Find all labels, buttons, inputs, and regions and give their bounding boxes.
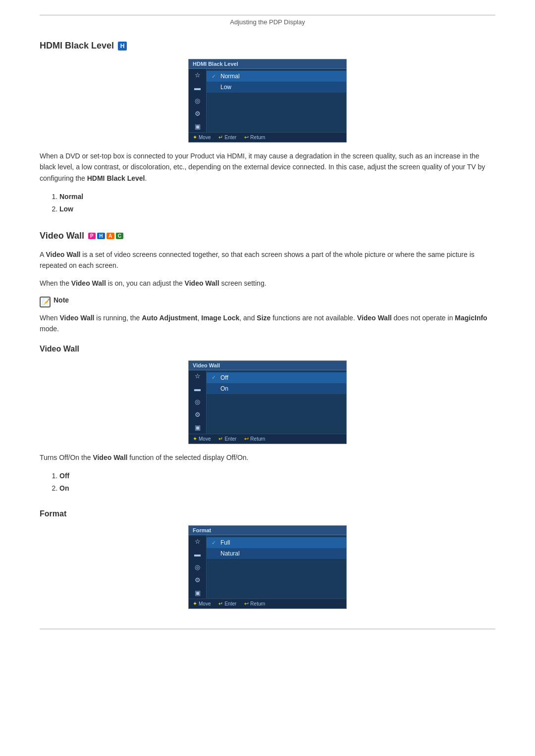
vw-list-item-1-label: Off: [59, 472, 69, 480]
fmt-tv-icon-4: ⚙: [193, 576, 203, 584]
video-wall-sub-section: Video Wall Video Wall ☆ ▬ ◎ ⚙ ▣: [40, 345, 495, 495]
vw-footer-enter: ↵ Enter: [218, 436, 236, 442]
note-icon: 📝: [40, 297, 51, 307]
hdmi-list-item-2: Low: [59, 203, 495, 215]
video-wall-sub-title: Video Wall: [40, 345, 495, 353]
page-header: Adjusting the PDP Display: [40, 18, 495, 26]
vw-tv-icon-5: ▣: [193, 424, 203, 432]
video-wall-on-text: When the Video Wall is on, you can adjus…: [40, 278, 495, 289]
video-wall-menu-body: ☆ ▬ ◎ ⚙ ▣ ✓ Off: [189, 370, 346, 434]
vw-tv-icon-1: ☆: [193, 372, 203, 380]
fmt-tv-icon-1: ☆: [193, 537, 203, 545]
video-wall-bold-3: Video Wall: [185, 279, 219, 287]
format-section: Format Format ☆ ▬ ◎ ⚙ ▣ ✓ Full: [40, 509, 495, 609]
hdmi-section: HDMI Black Level H HDMI Black Level ☆ ▬ …: [40, 41, 495, 216]
video-wall-title: Video Wall P H A C: [40, 231, 495, 241]
hdmi-list-item-1-label: Normal: [59, 193, 83, 201]
note-bold-1: Video Wall: [59, 314, 94, 322]
fmt-item-natural[interactable]: Natural: [207, 548, 346, 559]
bottom-rule: [40, 629, 495, 629]
badge-p: P: [88, 233, 96, 239]
hdmi-menu-body: ☆ ▬ ◎ ⚙ ▣ ✓ Normal Low: [189, 69, 346, 132]
vw-footer-enter-label: Enter: [224, 436, 236, 442]
vw-list-item-2: On: [59, 482, 495, 495]
hdmi-menu-center: HDMI Black Level ☆ ▬ ◎ ⚙ ▣ ✓ Normal: [40, 59, 495, 143]
format-menu-footer: ✦ Move ↵ Enter ↩ Return: [189, 599, 346, 608]
vw-footer-return: ↩ Return: [244, 436, 265, 442]
hdmi-item-low[interactable]: Low: [207, 82, 346, 93]
hdmi-footer-return-label: Return: [250, 135, 265, 140]
hdmi-list: Normal Low: [59, 191, 495, 215]
page-container: Adjusting the PDP Display HDMI Black Lev…: [0, 0, 535, 649]
note-bold-4: Size: [257, 314, 270, 322]
format-title: Format: [40, 509, 495, 518]
format-menu-title: Format: [189, 526, 346, 535]
fmt-tv-icon-5: ▣: [193, 589, 203, 597]
fmt-footer-return-label: Return: [250, 601, 265, 606]
note-label: Note: [54, 296, 69, 304]
hdmi-item-normal-label: Normal: [220, 73, 240, 80]
tv-icon-1: ☆: [193, 71, 203, 79]
format-tv-menu: Format ☆ ▬ ◎ ⚙ ▣ ✓ Full: [188, 525, 347, 609]
vw-list: Off On: [59, 470, 495, 495]
vw-footer-move-label: Move: [199, 436, 211, 442]
vw-enter-icon: ↵: [218, 436, 223, 442]
vw-move-icon: ✦: [193, 436, 197, 442]
tv-icon-5: ▣: [193, 122, 203, 130]
hdmi-title-text: HDMI Black Level: [40, 41, 114, 51]
fmt-footer-enter-label: Enter: [224, 601, 236, 606]
format-menu-center: Format ☆ ▬ ◎ ⚙ ▣ ✓ Full: [40, 525, 495, 609]
hdmi-menu-icons: ☆ ▬ ◎ ⚙ ▣: [189, 69, 207, 132]
note-bold-5: Video Wall: [357, 314, 392, 322]
video-wall-intro: A Video Wall is a set of video screens c…: [40, 249, 495, 271]
fmt-move-icon: ✦: [193, 601, 197, 607]
hdmi-item-low-label: Low: [220, 84, 231, 91]
vw-list-item-2-label: On: [59, 484, 69, 492]
vw-item-on[interactable]: On: [207, 383, 346, 394]
hdmi-menu-items: ✓ Normal Low: [207, 69, 346, 132]
vw-check-off: ✓: [212, 374, 217, 381]
video-wall-tv-menu: Video Wall ☆ ▬ ◎ ⚙ ▣ ✓ Off: [188, 360, 347, 444]
badge-h: H: [97, 233, 105, 239]
hdmi-title: HDMI Black Level H: [40, 41, 495, 51]
hdmi-footer-move-label: Move: [199, 135, 211, 140]
hdmi-footer-return: ↩ Return: [244, 134, 265, 141]
hdmi-list-item-2-label: Low: [59, 205, 73, 213]
fmt-footer-move: ✦ Move: [193, 601, 211, 607]
hdmi-bold-term: HDMI Black Level: [87, 174, 145, 182]
vw-item-off[interactable]: ✓ Off: [207, 372, 346, 383]
video-wall-menu-items: ✓ Off On: [207, 370, 346, 434]
video-wall-bold-2: Video Wall: [71, 279, 106, 287]
format-menu-items: ✓ Full Natural: [207, 535, 346, 599]
hdmi-item-normal[interactable]: ✓ Normal: [207, 71, 346, 82]
fmt-item-full[interactable]: ✓ Full: [207, 537, 346, 548]
fmt-return-icon: ↩: [244, 601, 249, 607]
video-wall-menu-footer: ✦ Move ↵ Enter ↩ Return: [189, 434, 346, 444]
hdmi-menu-footer: ✦ Move ↵ Enter ↩ Return: [189, 132, 346, 142]
fmt-footer-move-label: Move: [199, 601, 211, 606]
hdmi-footer-move: ✦ Move: [193, 134, 211, 141]
fmt-item-natural-label: Natural: [220, 550, 240, 557]
fmt-check-full: ✓: [212, 540, 217, 546]
tv-icon-3: ◎: [193, 97, 203, 104]
note-bold-2: Auto Adjustment: [142, 314, 197, 322]
hdmi-footer-enter: ↵ Enter: [218, 134, 236, 141]
fmt-enter-icon: ↵: [218, 601, 223, 607]
video-wall-badges: P H A C: [88, 233, 123, 239]
enter-icon: ↵: [218, 134, 223, 141]
note-bold-6: MagicInfo: [455, 314, 487, 322]
fmt-tv-icon-2: ▬: [193, 550, 203, 558]
vw-item-off-label: Off: [220, 374, 228, 381]
note-box: 📝 Note: [40, 296, 495, 307]
video-wall-menu-center: Video Wall ☆ ▬ ◎ ⚙ ▣ ✓ Off: [40, 360, 495, 444]
vw-return-icon: ↩: [244, 436, 249, 442]
fmt-footer-enter: ↵ Enter: [218, 601, 236, 607]
badge-c: C: [116, 233, 124, 239]
fmt-tv-icon-3: ◎: [193, 563, 203, 571]
top-rule: [40, 15, 495, 15]
video-wall-bold-1: Video Wall: [46, 251, 80, 258]
move-icon: ✦: [193, 134, 197, 141]
vw-bold-1: Video Wall: [93, 454, 127, 461]
hdmi-description: When a DVD or set-top box is connected t…: [40, 151, 495, 184]
hdmi-footer-enter-label: Enter: [224, 135, 236, 140]
